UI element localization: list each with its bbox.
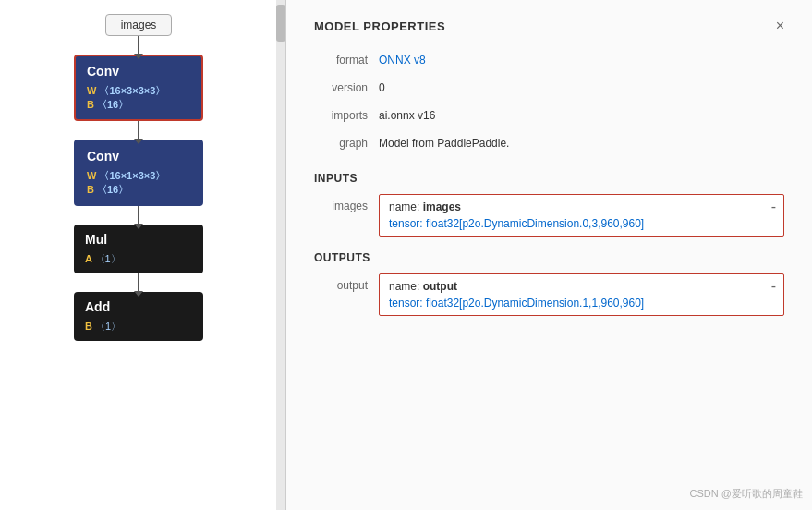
prop-value-imports: ai.onnx v16	[379, 107, 435, 122]
prop-label-graph: graph	[314, 135, 379, 150]
properties-panel: MODEL PROPERTIES × format ONNX v8 versio…	[286, 0, 812, 510]
prop-value-graph: Model from PaddlePaddle.	[379, 135, 509, 150]
prop-row-imports: imports ai.onnx v16	[314, 107, 784, 129]
arrow-down-4	[138, 273, 139, 292]
node-add-param-1-label: B	[85, 321, 95, 332]
node-mul-param-1-dim: 〈1〉	[95, 253, 121, 264]
node-add-title: Add	[85, 299, 192, 314]
prop-row-format: format ONNX v8	[314, 52, 784, 74]
node-conv-1-param-2: B 〈16〉	[87, 98, 190, 112]
output-box[interactable]: name: output tensor: float32[p2o.Dynamic…	[379, 273, 784, 316]
input-box-minus[interactable]: -	[771, 199, 776, 215]
scrollbar-thumb[interactable]	[276, 5, 285, 42]
outputs-section-header: OUTPUTS	[314, 251, 784, 264]
input-name-value: images	[423, 200, 461, 213]
watermark: CSDN @爱听歌的周童鞋	[690, 487, 803, 501]
node-conv-1-param-2-label: B	[87, 99, 97, 110]
node-conv-2-param-1: W 〈16×1×3×3〉	[87, 169, 190, 183]
prop-label-imports: imports	[314, 107, 379, 122]
graph-scrollbar[interactable]	[276, 0, 285, 510]
output-tensor-value: float32[p2o.DynamicDimension.1,1,960,960…	[426, 297, 644, 310]
node-conv-1[interactable]: Conv W 〈16×3×3×3〉 B 〈16〉	[74, 55, 203, 121]
input-tensor-prefix: tensor:	[389, 217, 426, 230]
prop-label-version: version	[314, 79, 379, 94]
output-name-value: output	[423, 280, 457, 293]
node-mul[interactable]: Mul A 〈1〉	[74, 225, 203, 273]
node-conv-2-param-1-label: W	[87, 170, 99, 181]
prop-value-format: ONNX v8	[379, 52, 426, 67]
output-name-prefix: name:	[389, 280, 423, 293]
input-box-name: name: images	[389, 200, 774, 213]
prop-value-version: 0	[379, 79, 385, 94]
input-box[interactable]: name: images tensor: float32[p2o.Dynamic…	[379, 194, 784, 237]
node-add[interactable]: Add B 〈1〉	[74, 292, 203, 341]
prop-row-graph: graph Model from PaddlePaddle.	[314, 135, 784, 157]
node-conv-1-param-1: W 〈16×3×3×3〉	[87, 84, 190, 98]
node-add-param-1-dim: 〈1〉	[95, 321, 121, 332]
node-wrapper-conv1: Conv W 〈16×3×3×3〉 B 〈16〉	[74, 55, 203, 140]
node-conv-1-param-2-dim: 〈16〉	[97, 99, 128, 110]
node-conv-2-param-2: B 〈16〉	[87, 183, 190, 197]
close-button[interactable]: ×	[776, 18, 784, 33]
arrow-down-3	[138, 206, 139, 225]
node-conv-2[interactable]: Conv W 〈16×1×3×3〉 B 〈16〉	[74, 140, 203, 206]
output-box-tensor: tensor: float32[p2o.DynamicDimension.1,1…	[389, 297, 774, 310]
node-conv-2-param-1-dim: 〈16×1×3×3〉	[99, 170, 165, 181]
input-label: images	[314, 194, 379, 212]
node-add-param-1: B 〈1〉	[85, 320, 192, 334]
input-row: images name: images tensor: float32[p2o.…	[314, 194, 784, 237]
node-images[interactable]: images	[105, 14, 173, 36]
node-images-label: images	[121, 18, 157, 31]
node-wrapper-images: images	[105, 14, 173, 55]
node-conv-1-title: Conv	[87, 64, 190, 79]
prop-row-version: version 0	[314, 79, 784, 102]
node-mul-param-1-label: A	[85, 253, 95, 264]
input-tensor-value: float32[p2o.DynamicDimension.0,3,960,960…	[426, 217, 644, 230]
node-conv-2-param-2-label: B	[87, 184, 97, 195]
output-row: output name: output tensor: float32[p2o.…	[314, 273, 784, 316]
node-conv-1-param-1-label: W	[87, 85, 99, 96]
input-box-tensor: tensor: float32[p2o.DynamicDimension.0,3…	[389, 217, 774, 230]
node-mul-param-1: A 〈1〉	[85, 252, 192, 266]
inputs-section-header: INPUTS	[314, 172, 784, 185]
output-tensor-prefix: tensor:	[389, 297, 426, 310]
input-name-prefix: name:	[389, 200, 423, 213]
panel-header: MODEL PROPERTIES ×	[314, 18, 784, 33]
node-conv-1-param-1-dim: 〈16×3×3×3〉	[99, 85, 165, 96]
graph-content: images Conv W 〈16×3×3×3〉 B 〈16〉	[0, 0, 277, 510]
prop-label-format: format	[314, 52, 379, 67]
panel-title: MODEL PROPERTIES	[314, 19, 445, 33]
arrow-down-1	[138, 36, 139, 55]
node-wrapper-add: Add B 〈1〉	[74, 292, 203, 341]
node-mul-title: Mul	[85, 232, 192, 247]
arrow-down-2	[138, 121, 139, 140]
node-conv-2-param-2-dim: 〈16〉	[97, 184, 128, 195]
node-wrapper-mul: Mul A 〈1〉	[74, 225, 203, 292]
node-wrapper-conv2: Conv W 〈16×1×3×3〉 B 〈16〉	[74, 140, 203, 225]
output-box-name: name: output	[389, 280, 774, 293]
graph-panel: images Conv W 〈16×3×3×3〉 B 〈16〉	[0, 0, 286, 510]
output-label: output	[314, 273, 379, 292]
node-conv-2-title: Conv	[87, 149, 190, 164]
output-box-minus[interactable]: -	[771, 278, 776, 295]
